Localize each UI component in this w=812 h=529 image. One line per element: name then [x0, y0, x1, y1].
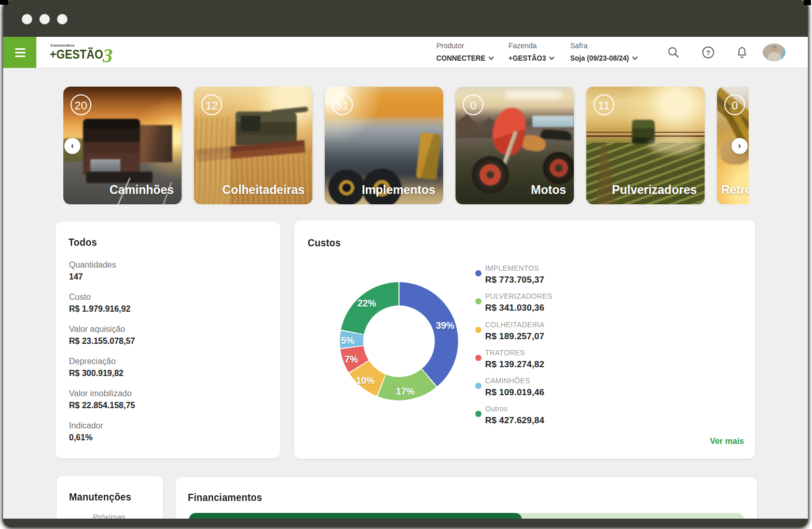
svg-text:?: ?	[706, 49, 710, 57]
